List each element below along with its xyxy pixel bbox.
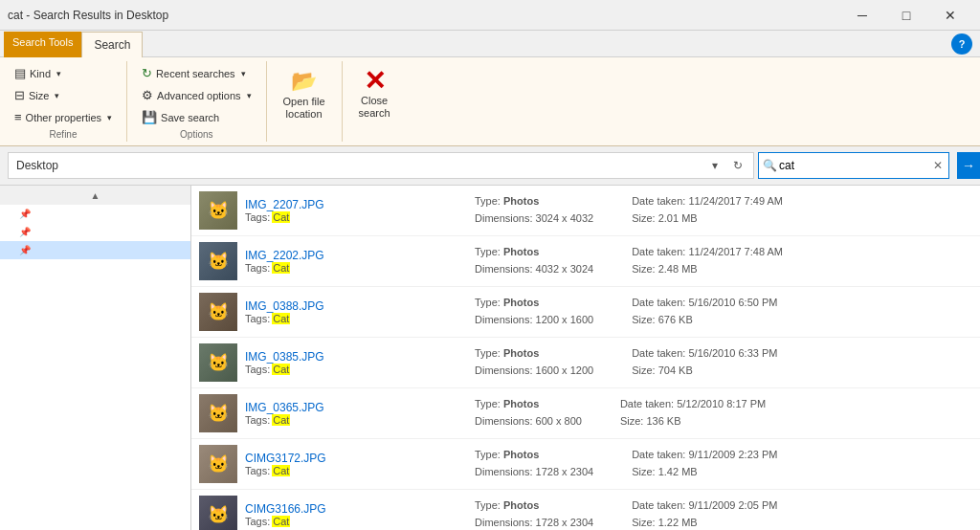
file-thumbnail-0: 🐱: [199, 191, 237, 230]
file-item-4[interactable]: 🐱 IMG_0365.JPG Tags: Cat Type: Photos Di…: [191, 388, 980, 439]
file-meta-date-size-6: Date taken: 9/11/2009 2:05 PM Size: 1.22…: [632, 497, 777, 530]
address-text: Desktop: [12, 159, 703, 172]
file-tags-4: Tags: Cat: [245, 414, 475, 426]
file-date-4: Date taken: 5/12/2010 8:17 PM: [620, 396, 766, 413]
folder-icon: 📂: [291, 68, 317, 96]
ribbon-group-close: ✕ Closesearch x: [343, 61, 407, 142]
other-properties-button[interactable]: ≡ Other properties: [8, 107, 119, 127]
pin-icon-2: 📌: [19, 227, 31, 237]
file-name-1: IMG_2202.JPG: [245, 249, 475, 262]
file-item-0[interactable]: 🐱 IMG_2207.JPG Tags: Cat Type: Photos Di…: [191, 186, 980, 236]
refresh-button[interactable]: ↻: [726, 154, 749, 177]
file-item-5[interactable]: 🐱 CIMG3172.JPG Tags: Cat Type: Photos Di…: [191, 439, 980, 490]
file-meta-date-size-0: Date taken: 11/24/2017 7:49 AM Size: 2.0…: [632, 193, 783, 227]
file-meta-4: Type: Photos Dimensions: 600 x 800 Date …: [475, 396, 972, 430]
tab-search[interactable]: Search: [81, 32, 143, 57]
close-search-x-icon: ✕: [364, 68, 386, 95]
file-name-area-2: IMG_0388.JPG Tags: Cat: [245, 299, 475, 324]
ribbon: Search Tools Search ? ▤ Kind ⊟ Size: [0, 31, 980, 146]
save-search-button[interactable]: 💾 Save search: [135, 107, 257, 127]
file-date-1: Date taken: 11/24/2017 7:48 AM: [632, 244, 783, 261]
window-title: cat - Search Results in Desktop: [8, 9, 840, 22]
size-button[interactable]: ⊟ Size: [8, 85, 119, 105]
file-name-area-1: IMG_2202.JPG Tags: Cat: [245, 249, 475, 274]
sidebar-scroll-up[interactable]: ▲: [0, 186, 190, 205]
sidebar-item-2[interactable]: 📌: [0, 223, 190, 241]
file-name-area-6: CIMG3166.JPG Tags: Cat: [245, 502, 475, 527]
title-bar: cat - Search Results in Desktop ─ □ ✕: [0, 0, 980, 31]
file-meta-date-size-4: Date taken: 5/12/2010 8:17 PM Size: 136 …: [620, 396, 766, 430]
file-meta-type-dim-5: Type: Photos Dimensions: 1728 x 2304: [475, 447, 593, 480]
navigation-bar: Desktop ▾ ↻ 🔍 ✕ →: [0, 146, 980, 186]
file-item-6[interactable]: 🐱 CIMG3166.JPG Tags: Cat Type: Photos Di…: [191, 490, 980, 530]
close-button[interactable]: ✕: [928, 0, 972, 31]
file-dimensions-3: Dimensions: 1600 x 1200: [475, 363, 593, 380]
tag-value-6: Cat: [272, 516, 290, 527]
file-tags-3: Tags: Cat: [245, 364, 475, 375]
tag-value-2: Cat: [272, 313, 290, 324]
file-tags-0: Tags: Cat: [245, 211, 475, 223]
file-name-6: CIMG3166.JPG: [245, 502, 475, 516]
help-button[interactable]: ?: [951, 33, 972, 55]
search-input[interactable]: [779, 159, 931, 172]
file-meta-type-dim-1: Type: Photos Dimensions: 4032 x 3024: [475, 244, 593, 277]
file-meta-3: Type: Photos Dimensions: 1600 x 1200 Dat…: [475, 345, 972, 379]
file-name-area-3: IMG_0385.JPG Tags: Cat: [245, 350, 475, 375]
tags-prefix-0: Tags:: [245, 211, 270, 223]
file-item-3[interactable]: 🐱 IMG_0385.JPG Tags: Cat Type: Photos Di…: [191, 338, 980, 388]
main-area: ▲ 📌 📌 📌 🐱 IMG_2207.JPG Tags: Cat Type: P…: [0, 186, 980, 530]
recent-searches-icon: ↻: [142, 66, 152, 80]
save-search-icon: 💾: [142, 110, 157, 124]
size-icon: ⊟: [14, 88, 25, 102]
file-item-2[interactable]: 🐱 IMG_0388.JPG Tags: Cat Type: Photos Di…: [191, 287, 980, 338]
sidebar-item-3[interactable]: 📌: [0, 241, 190, 259]
file-dimensions-6: Dimensions: 1728 x 2304: [475, 515, 593, 530]
file-thumbnail-5: 🐱: [199, 445, 237, 483]
file-meta-0: Type: Photos Dimensions: 3024 x 4032 Dat…: [475, 193, 972, 227]
recent-searches-button[interactable]: ↻ Recent searches: [135, 63, 257, 83]
file-type-3: Type: Photos: [475, 345, 593, 363]
file-tags-5: Tags: Cat: [245, 465, 475, 476]
address-dropdown-button[interactable]: ▾: [703, 154, 726, 177]
advanced-options-icon: ⚙: [142, 88, 153, 102]
recent-searches-label: Recent searches: [156, 68, 235, 79]
file-dimensions-4: Dimensions: 600 x 800: [475, 413, 582, 431]
file-meta-date-size-1: Date taken: 11/24/2017 7:48 AM Size: 2.4…: [632, 244, 783, 277]
kind-button[interactable]: ▤ Kind: [8, 63, 119, 83]
cat-thumbnail-icon-4: 🐱: [208, 403, 229, 424]
minimize-button[interactable]: ─: [840, 0, 884, 31]
file-type-1: Type: Photos: [475, 244, 593, 261]
options-buttons: ↻ Recent searches ⚙ Advanced options 💾 S…: [135, 63, 257, 127]
maximize-button[interactable]: □: [884, 0, 928, 31]
file-item-1[interactable]: 🐱 IMG_2202.JPG Tags: Cat Type: Photos Di…: [191, 236, 980, 287]
tab-search-tools[interactable]: Search Tools: [4, 32, 81, 57]
advanced-options-button[interactable]: ⚙ Advanced options: [135, 85, 257, 105]
sidebar-item-1[interactable]: 📌: [0, 205, 190, 223]
file-meta-5: Type: Photos Dimensions: 1728 x 2304 Dat…: [475, 447, 972, 480]
tags-prefix-1: Tags:: [245, 262, 270, 274]
address-bar[interactable]: Desktop ▾ ↻: [8, 152, 754, 179]
sidebar: ▲ 📌 📌 📌: [0, 186, 191, 530]
file-name-area-4: IMG_0365.JPG Tags: Cat: [245, 401, 475, 426]
file-size-6: Size: 1.22 MB: [632, 515, 777, 530]
search-clear-button[interactable]: ✕: [931, 159, 945, 172]
search-box[interactable]: 🔍 ✕: [758, 152, 949, 179]
tab-search-label: Search: [94, 38, 130, 52]
tags-prefix-2: Tags:: [245, 313, 270, 324]
ribbon-group-open: 📂 Open filelocation x: [267, 61, 343, 142]
cat-thumbnail-icon-6: 🐱: [208, 504, 229, 525]
tags-prefix-5: Tags:: [245, 465, 270, 476]
file-dimensions-0: Dimensions: 3024 x 4032: [475, 210, 593, 228]
options-group-label: Options: [180, 127, 212, 140]
file-size-3: Size: 704 KB: [632, 363, 777, 380]
cat-thumbnail-icon-1: 🐱: [208, 251, 229, 272]
search-go-button[interactable]: →: [957, 152, 980, 179]
file-dimensions-2: Dimensions: 1200 x 1600: [475, 312, 593, 329]
open-file-location-button[interactable]: 📂 Open filelocation: [275, 63, 334, 125]
cat-thumbnail-icon-2: 🐱: [208, 301, 229, 322]
file-type-2: Type: Photos: [475, 295, 593, 312]
file-meta-6: Type: Photos Dimensions: 1728 x 2304 Dat…: [475, 497, 972, 530]
file-name-4: IMG_0365.JPG: [245, 401, 475, 414]
save-search-label: Save search: [161, 112, 219, 123]
close-search-button[interactable]: ✕ Closesearch: [350, 63, 399, 124]
